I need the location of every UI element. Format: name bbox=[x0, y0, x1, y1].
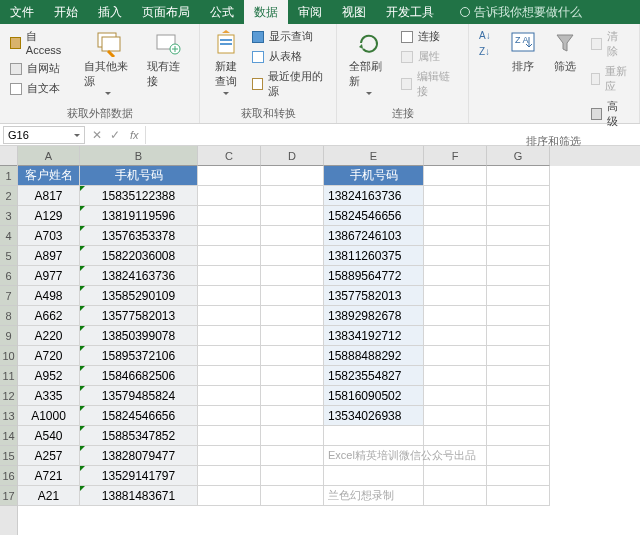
cell-F3[interactable] bbox=[424, 206, 487, 226]
cell-G2[interactable] bbox=[487, 186, 550, 206]
cell-C9[interactable] bbox=[198, 326, 261, 346]
cell-E13[interactable]: 13534026938 bbox=[324, 406, 424, 426]
cell-A9[interactable]: A220 bbox=[18, 326, 80, 346]
cell-A7[interactable]: A498 bbox=[18, 286, 80, 306]
cell-D7[interactable] bbox=[261, 286, 324, 306]
from-text-button[interactable]: 自文本 bbox=[8, 79, 74, 98]
cell-B17[interactable]: 13881483671 bbox=[80, 486, 198, 506]
cell-G17[interactable] bbox=[487, 486, 550, 506]
formula-input[interactable] bbox=[145, 126, 640, 144]
cell-A13[interactable]: A1000 bbox=[18, 406, 80, 426]
cell-A10[interactable]: A720 bbox=[18, 346, 80, 366]
from-access-button[interactable]: 自 Access bbox=[8, 27, 74, 58]
cell-A1[interactable]: 客户姓名 bbox=[18, 166, 80, 186]
cell-A16[interactable]: A721 bbox=[18, 466, 80, 486]
col-header-B[interactable]: B bbox=[80, 146, 198, 166]
cell-A3[interactable]: A129 bbox=[18, 206, 80, 226]
cell-D4[interactable] bbox=[261, 226, 324, 246]
tell-me[interactable]: 告诉我你想要做什么 bbox=[450, 0, 592, 24]
cell-B15[interactable]: 13828079477 bbox=[80, 446, 198, 466]
properties-button[interactable]: 属性 bbox=[399, 47, 460, 66]
cell-F9[interactable] bbox=[424, 326, 487, 346]
cell-C13[interactable] bbox=[198, 406, 261, 426]
name-box[interactable]: G16 bbox=[3, 126, 85, 144]
cell-F6[interactable] bbox=[424, 266, 487, 286]
cell-B9[interactable]: 13850399078 bbox=[80, 326, 198, 346]
row-header[interactable]: 7 bbox=[0, 286, 17, 306]
row-header[interactable]: 12 bbox=[0, 386, 17, 406]
refresh-all-button[interactable]: 全部刷新 bbox=[345, 27, 393, 97]
row-header[interactable]: 15 bbox=[0, 446, 17, 466]
cell-C14[interactable] bbox=[198, 426, 261, 446]
row-header[interactable]: 14 bbox=[0, 426, 17, 446]
connections-button[interactable]: 连接 bbox=[399, 27, 460, 46]
cell-G11[interactable] bbox=[487, 366, 550, 386]
cell-G6[interactable] bbox=[487, 266, 550, 286]
cell-G5[interactable] bbox=[487, 246, 550, 266]
cell-D14[interactable] bbox=[261, 426, 324, 446]
recent-sources-button[interactable]: 最近使用的源 bbox=[250, 67, 328, 101]
cell-D1[interactable] bbox=[261, 166, 324, 186]
cell-F8[interactable] bbox=[424, 306, 487, 326]
col-header-A[interactable]: A bbox=[18, 146, 80, 166]
cell-B8[interactable]: 13577582013 bbox=[80, 306, 198, 326]
fx-icon[interactable]: fx bbox=[124, 129, 145, 141]
cell-E3[interactable]: 15824546656 bbox=[324, 206, 424, 226]
cell-B16[interactable]: 13529141797 bbox=[80, 466, 198, 486]
cell-A6[interactable]: A977 bbox=[18, 266, 80, 286]
cell-F12[interactable] bbox=[424, 386, 487, 406]
cell-D11[interactable] bbox=[261, 366, 324, 386]
cell-G3[interactable] bbox=[487, 206, 550, 226]
cell-C12[interactable] bbox=[198, 386, 261, 406]
tab-layout[interactable]: 页面布局 bbox=[132, 0, 200, 24]
cell-E10[interactable]: 15888488292 bbox=[324, 346, 424, 366]
new-query-button[interactable]: 新建 查询 bbox=[208, 27, 244, 97]
col-header-C[interactable]: C bbox=[198, 146, 261, 166]
col-header-F[interactable]: F bbox=[424, 146, 487, 166]
tab-review[interactable]: 审阅 bbox=[288, 0, 332, 24]
cell-B13[interactable]: 15824546656 bbox=[80, 406, 198, 426]
tab-home[interactable]: 开始 bbox=[44, 0, 88, 24]
cell-C3[interactable] bbox=[198, 206, 261, 226]
cell-C11[interactable] bbox=[198, 366, 261, 386]
col-header-D[interactable]: D bbox=[261, 146, 324, 166]
cell-A11[interactable]: A952 bbox=[18, 366, 80, 386]
from-other-button[interactable]: 自其他来源 bbox=[80, 27, 138, 97]
cell-G12[interactable] bbox=[487, 386, 550, 406]
row-header[interactable]: 4 bbox=[0, 226, 17, 246]
cell-D3[interactable] bbox=[261, 206, 324, 226]
row-header[interactable]: 2 bbox=[0, 186, 17, 206]
row-header[interactable]: 9 bbox=[0, 326, 17, 346]
filter-button[interactable]: 筛选 bbox=[547, 27, 583, 76]
cell-C6[interactable] bbox=[198, 266, 261, 286]
cell-E11[interactable]: 15823554827 bbox=[324, 366, 424, 386]
cell-G9[interactable] bbox=[487, 326, 550, 346]
cell-A15[interactable]: A257 bbox=[18, 446, 80, 466]
cell-C5[interactable] bbox=[198, 246, 261, 266]
cell-C17[interactable] bbox=[198, 486, 261, 506]
cell-D8[interactable] bbox=[261, 306, 324, 326]
cell-G15[interactable] bbox=[487, 446, 550, 466]
cell-F14[interactable] bbox=[424, 426, 487, 446]
cell-E4[interactable]: 13867246103 bbox=[324, 226, 424, 246]
tab-view[interactable]: 视图 bbox=[332, 0, 376, 24]
cell-B10[interactable]: 15895372106 bbox=[80, 346, 198, 366]
cell-E15[interactable]: Excel精英培训微信公众号出品 bbox=[324, 446, 424, 466]
cell-E5[interactable]: 13811260375 bbox=[324, 246, 424, 266]
cell-A12[interactable]: A335 bbox=[18, 386, 80, 406]
cell-D15[interactable] bbox=[261, 446, 324, 466]
row-header[interactable]: 17 bbox=[0, 486, 17, 506]
cell-C8[interactable] bbox=[198, 306, 261, 326]
row-header[interactable]: 1 bbox=[0, 166, 17, 186]
tab-file[interactable]: 文件 bbox=[0, 0, 44, 24]
cell-D6[interactable] bbox=[261, 266, 324, 286]
tab-dev[interactable]: 开发工具 bbox=[376, 0, 444, 24]
cell-G13[interactable] bbox=[487, 406, 550, 426]
cell-C1[interactable] bbox=[198, 166, 261, 186]
cell-E16[interactable] bbox=[324, 466, 424, 486]
cell-G4[interactable] bbox=[487, 226, 550, 246]
sort-asc-button[interactable]: A↓ bbox=[477, 27, 499, 43]
cell-E17[interactable]: 兰色幻想录制 bbox=[324, 486, 424, 506]
row-header[interactable]: 16 bbox=[0, 466, 17, 486]
cell-F2[interactable] bbox=[424, 186, 487, 206]
